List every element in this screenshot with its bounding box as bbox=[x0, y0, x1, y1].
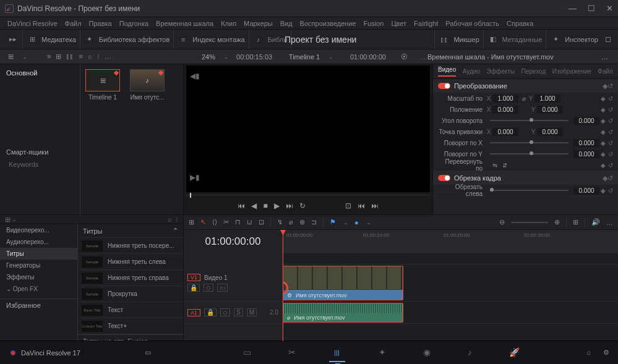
angle-input[interactable]: 0.000 bbox=[573, 117, 599, 125]
crop-section-header[interactable]: Обрезка кадра ◆↺ bbox=[433, 171, 618, 185]
media-icon[interactable]: ⊞ bbox=[27, 35, 38, 44]
menu-item[interactable]: Цвет bbox=[391, 20, 406, 27]
settings-icon[interactable]: ⚙ bbox=[603, 349, 609, 357]
strip-view-icon[interactable]: ⫿⫿ bbox=[66, 53, 74, 61]
media-thumb[interactable]: ♪ Имя отутс... bbox=[130, 69, 165, 210]
link-icon[interactable]: ⌀ bbox=[522, 95, 526, 102]
fx-button[interactable]: Библиотека эффектов bbox=[99, 36, 170, 43]
mark-in-icon[interactable]: ⏮ bbox=[358, 201, 365, 210]
close-button[interactable]: ✕ bbox=[606, 4, 613, 13]
chevron-down-icon[interactable]: ⌄ bbox=[22, 54, 27, 60]
metadata-button[interactable]: Метаданные bbox=[502, 36, 543, 43]
index-button[interactable]: Индекс монтажа bbox=[192, 36, 244, 43]
lock-icon[interactable]: 🔒 bbox=[187, 284, 200, 292]
selection-tool-icon[interactable]: ↖ bbox=[200, 218, 206, 226]
mixer-icon[interactable]: ⫿⫿ bbox=[439, 35, 450, 44]
viewer-prev-clip-icon[interactable]: ◀▮ bbox=[190, 72, 200, 80]
step-back-icon[interactable]: ◀ bbox=[251, 201, 257, 210]
menu-item[interactable]: Fusion bbox=[363, 20, 384, 27]
list-view-icon[interactable]: ≡ bbox=[47, 53, 51, 61]
tab-file[interactable]: Файл bbox=[598, 68, 613, 75]
smart-bins-header[interactable]: Смарт-ящики bbox=[0, 146, 80, 158]
overwrite-tool-icon[interactable]: ⊔ bbox=[247, 218, 252, 226]
fx-category[interactable]: Титры bbox=[0, 248, 77, 260]
play-icon[interactable]: ▶ bbox=[274, 201, 280, 210]
angle-slider[interactable] bbox=[490, 120, 569, 121]
sound-lib-icon[interactable]: ♪ bbox=[253, 35, 264, 44]
search-icon[interactable]: ⌕ bbox=[88, 53, 92, 61]
menu-item[interactable]: Справка bbox=[507, 20, 533, 27]
roty-input[interactable]: 0.000 bbox=[573, 150, 599, 158]
more-viewer-icon[interactable]: … bbox=[421, 53, 427, 61]
menu-item[interactable]: Клип bbox=[221, 20, 236, 27]
crop-left-input[interactable]: 0.000 bbox=[573, 187, 599, 195]
bypass-icon[interactable]: ⦿ bbox=[398, 53, 410, 61]
flip-v-icon[interactable]: ⇵ bbox=[502, 162, 507, 169]
inspector-more-icon[interactable]: … bbox=[601, 53, 608, 61]
customize-icon[interactable]: ⊞ bbox=[573, 218, 578, 226]
inspector-button[interactable]: Инспектор bbox=[565, 36, 598, 43]
lock-icon[interactable]: 🔒 bbox=[204, 308, 217, 316]
page-media[interactable]: ▭ bbox=[239, 344, 255, 362]
tab-video[interactable]: Видео bbox=[438, 66, 456, 77]
title-preset[interactable]: SampleНижняя треть посере... bbox=[78, 238, 183, 254]
zoom-out-icon[interactable]: ⊖ bbox=[499, 218, 505, 226]
fx-icon[interactable]: ✦ bbox=[84, 35, 95, 44]
rotx-input[interactable]: 0.000 bbox=[573, 139, 599, 147]
grid-view-icon[interactable]: ⊞ bbox=[56, 53, 61, 61]
mixer-button[interactable]: Микшер bbox=[453, 36, 479, 43]
search-icon[interactable]: ⌕ bbox=[168, 216, 172, 223]
timeline-selector[interactable]: Timeline 1 bbox=[289, 53, 320, 61]
video-clip[interactable]: ⚙Имя отутствует.mov bbox=[283, 266, 403, 300]
collapse-icon[interactable]: ⌃ bbox=[173, 227, 178, 235]
menu-item[interactable]: Воспроизведение bbox=[300, 20, 356, 27]
crop-left-slider[interactable] bbox=[490, 190, 569, 191]
title-preset[interactable]: Custom TitleТекст+ bbox=[78, 318, 183, 334]
menu-item[interactable]: Правка bbox=[89, 20, 112, 27]
home-icon[interactable]: ⌂ bbox=[586, 349, 591, 357]
blade-tool-icon[interactable]: ✂ bbox=[223, 218, 229, 226]
zoom-in-icon[interactable]: ⊕ bbox=[554, 218, 560, 226]
mark-out-icon[interactable]: ⏭ bbox=[371, 201, 379, 210]
fx-view-icon[interactable]: ⊞ bbox=[5, 216, 11, 224]
zoom-slider[interactable] bbox=[511, 222, 548, 223]
track-header-v1[interactable]: V1Видео 1 🔒◇▭ bbox=[184, 265, 282, 302]
keywords-bin[interactable]: Keywords bbox=[0, 158, 80, 171]
scale-y-input[interactable]: 1.000 bbox=[534, 95, 560, 103]
zoom-pct[interactable]: 24% bbox=[202, 53, 215, 61]
project-manager-icon[interactable]: ▭ bbox=[145, 349, 151, 357]
volume-icon[interactable]: 🔊 bbox=[591, 218, 600, 226]
dynamic-trim-icon[interactable]: ↯ bbox=[277, 218, 283, 226]
pos-y-input[interactable]: 0.000 bbox=[537, 106, 563, 114]
tl-view-icon[interactable]: ⊞ bbox=[189, 218, 194, 226]
solo-icon[interactable]: S bbox=[234, 308, 243, 316]
viewer-screen[interactable]: ◀▮ ▶▮ bbox=[186, 66, 430, 192]
tab-audio[interactable]: Аудио bbox=[463, 68, 480, 75]
title-preset[interactable]: Basic TitleТекст bbox=[78, 302, 183, 318]
expand-icon[interactable]: ▸▸ bbox=[7, 35, 19, 44]
rotx-slider[interactable] bbox=[490, 142, 569, 143]
edit-index-icon[interactable]: ≡ bbox=[178, 35, 189, 44]
minimize-button[interactable]: — bbox=[569, 4, 577, 13]
menu-item[interactable]: Вид bbox=[280, 20, 293, 27]
fx-more-icon[interactable]: ⁝ bbox=[176, 216, 178, 224]
menu-item[interactable]: Временная шкала bbox=[156, 20, 213, 27]
page-fairlight[interactable]: ♪ bbox=[464, 344, 476, 362]
anchor-x-input[interactable]: 0.000 bbox=[492, 128, 518, 136]
fx-category[interactable]: Генераторы bbox=[0, 260, 77, 271]
page-cut[interactable]: ✂ bbox=[285, 344, 299, 362]
auto-select-icon[interactable]: ◇ bbox=[220, 308, 230, 316]
fx-icon[interactable]: ⚙ bbox=[287, 292, 292, 298]
menu-item[interactable]: DaVinci Resolve bbox=[7, 20, 58, 27]
menu-item[interactable]: Файл bbox=[65, 20, 82, 27]
filter-icon[interactable]: ⁝ bbox=[97, 53, 100, 61]
track-header-a1[interactable]: A1 🔒◇SM 2.0 bbox=[184, 302, 282, 324]
media-button[interactable]: Медиатека bbox=[41, 36, 76, 43]
trim-tool-icon[interactable]: ⟨⟩ bbox=[212, 218, 217, 226]
fx-category[interactable]: Эффекты bbox=[0, 271, 77, 283]
roty-slider[interactable] bbox=[490, 153, 569, 154]
title-preset[interactable]: SampleПрокрутка bbox=[78, 286, 183, 302]
transform-section-header[interactable]: Преобразование ◆↺ bbox=[433, 79, 618, 93]
inspector-icon[interactable]: ✦ bbox=[550, 35, 561, 44]
position-lock-icon[interactable]: ⊕ bbox=[299, 218, 305, 226]
